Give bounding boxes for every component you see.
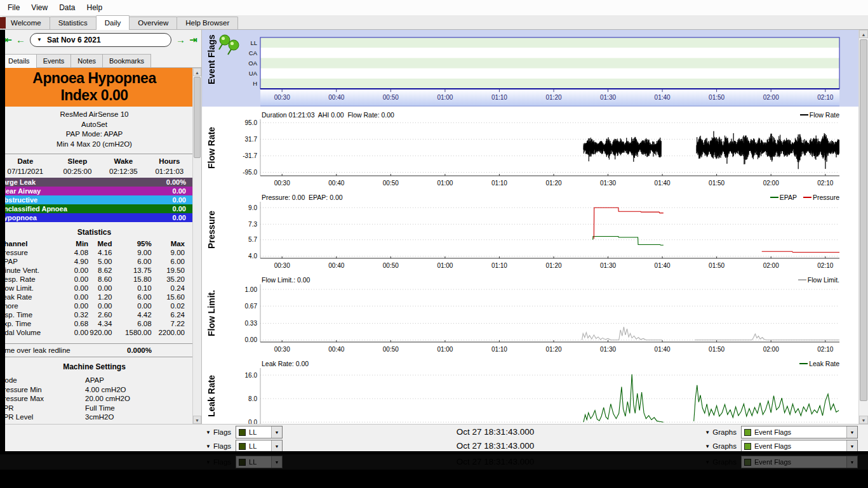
svg-text:00:50: 00:50 [383,180,399,187]
machine-setting-row: ModeAPAP [0,376,192,385]
svg-text:00:30: 00:30 [274,94,290,101]
graphs-scrollbar-thumb[interactable] [860,39,867,401]
pressure-chart: Pressure Pressure: 0.00 EPAP: 0.00 EPAPP… [202,192,858,272]
svg-text:02:10: 02:10 [817,94,833,101]
graphs-scrollbar[interactable]: ▲ ▼ [858,30,868,424]
menu-view[interactable]: View [25,1,53,15]
menu-file[interactable]: File [2,1,25,15]
svg-text:01:10: 01:10 [491,346,507,353]
tab-welcome[interactable]: Welcome [2,16,50,29]
tab-events[interactable]: Events [36,54,72,67]
tab-overview[interactable]: Overview [129,16,177,29]
tab-notes[interactable]: Notes [70,54,103,67]
scroll-up-icon[interactable]: ▲ [859,30,868,38]
cursor-timestamp: Oct 27 18:31:43.000 [400,427,591,437]
svg-text:01:40: 01:40 [655,262,671,269]
flow-limit-status-text: Flow Limit.: 0.00 [262,276,310,284]
svg-text:01:10: 01:10 [491,180,507,187]
col-sleep: Sleep [55,155,100,166]
ghost-graphs-dropdown-button: ▼ Graphs [705,458,737,466]
svg-text:02:10: 02:10 [817,262,833,269]
svg-text:LL: LL [250,39,257,46]
statistics-table: Channel Min Med 95% Max Pressure4.084.16… [0,239,192,337]
tab-help-browser[interactable]: Help Browser [177,16,238,29]
date-dropdown[interactable]: ▼ Sat Nov 6 2021 [30,33,171,47]
event-type-combobox[interactable]: LL ▼ [236,426,283,439]
svg-text:01:40: 01:40 [655,94,671,101]
next-day-button[interactable]: → [175,34,186,45]
flow-limit-legend: Flow Limit. [798,276,839,284]
ghost-graphs-dropdown-button: ▼ Graphs [705,442,737,450]
graphs-dropdown-button[interactable]: ▼ Graphs [705,428,737,436]
graph-color-swatch [744,429,751,436]
svg-text:01:50: 01:50 [709,180,724,187]
session-times-table: Date Sleep Wake Hours 07/11/2021 00:25:0… [0,155,192,176]
svg-text:5.7: 5.7 [248,236,257,243]
svg-text:1.00: 1.00 [245,286,258,293]
ghost-graphs-dropdown-label: Graphs [712,458,737,466]
leak-redline-value: 0.000% [127,346,152,354]
flow-rate-plot[interactable]: 95.031.7-31.7-95.000:3000:4000:5001:0001… [202,119,858,190]
ghost-graph-color-swatch [744,459,751,466]
svg-text:00:50: 00:50 [383,346,399,353]
svg-text:01:00: 01:00 [437,346,453,353]
tab-daily[interactable]: Daily [96,15,130,30]
main-tab-bar: Welcome Statistics Daily Overview Help B… [0,15,868,30]
scroll-up-icon[interactable]: ▲ [193,68,201,76]
svg-text:0.33: 0.33 [245,320,258,327]
machine-setting-row: Pressure Min4.00 cmH2O [0,385,192,395]
flow-limit-plot[interactable]: 1.000.670.330.0000:3000:4000:5001:0001:1… [202,284,858,356]
leak-rate-plot[interactable]: 16.08.00.0 [202,368,858,424]
caret-down-icon: ▼ [705,430,710,435]
svg-text:01:30: 01:30 [600,94,616,101]
svg-text:8.0: 8.0 [248,395,257,402]
svg-text:00:40: 00:40 [328,94,344,101]
ghost-event-color-swatch [239,459,246,466]
last-day-button[interactable]: ⇥ [188,34,199,45]
event-row: Unclassified Apnoea0.00 [0,204,192,213]
tab-statistics[interactable]: Statistics [50,16,97,29]
graphs-dropdown-label: Graphs [712,428,737,436]
event-flags-plot[interactable]: LLCAOAUAH00:3000:4000:5001:0001:1001:200… [202,30,858,107]
glitch-bar-1: ▼ Flags LL ▼ Oct 27 18:31:43.000 ▼ Graph… [0,439,868,451]
pressure-range: Min 4 Max 20 (cmH2O) [0,140,192,150]
ghost-combobox-arrow-icon: ▼ [271,440,282,451]
statistics-row: Flow Limit.0.000.000.100.24 [0,284,192,293]
statistics-header-row: Channel Min Med 95% Max [0,239,192,248]
session-date: 07/11/2021 [0,166,55,176]
event-row: Clear Airway0.00 [0,187,192,195]
flags-dropdown-button[interactable]: ▼ Flags [206,428,231,436]
menu-help[interactable]: Help [81,1,109,15]
svg-text:01:00: 01:00 [437,180,453,187]
bottom-toolbar-ghost: ▼ Flags LL ▼ Oct 27 18:31:43.000 ▼ Graph… [0,439,868,451]
statistics-row: Exp. Time0.684.346.087.22 [0,319,192,328]
ghost-flags-dropdown-label: Flags [213,458,231,466]
left-edge-glitch-fragment [0,17,6,29]
session-hours: 01:21:03 [147,166,192,176]
tab-bookmarks[interactable]: Bookmarks [102,54,151,67]
event-row: Hypopnoea0.00 [0,213,192,222]
legend-line-icon [770,197,778,198]
date-navigation: ⇤ ← ▼ Sat Nov 6 2021 → ⇥ [0,30,201,49]
menu-data[interactable]: Data [53,1,81,15]
previous-day-button[interactable]: ← [15,34,26,45]
svg-text:00:50: 00:50 [383,262,399,269]
detail-tab-bar: Details Events Notes Bookmarks [0,49,201,68]
flow-limit-chart: Flow Limit. Flow Limit.: 0.00 Flow Limit… [202,275,858,356]
tab-details[interactable]: Details [1,54,37,68]
svg-text:UA: UA [249,70,258,77]
scroll-down-icon[interactable]: ▼ [859,416,868,424]
statistics-row: Tidal Volume0.00920.001580.002200.00 [0,328,192,337]
ghost-flags-dropdown-button: ▼ Flags [206,458,231,466]
ghost-graph-select-value: Event Flags [754,458,843,466]
scroll-down-icon[interactable]: ▼ [193,416,201,424]
sidebar-scrollbar[interactable]: ▲ ▼ [192,68,201,424]
pressure-plot[interactable]: 9.07.35.74.000:3000:4000:5001:0001:1001:… [202,202,858,272]
svg-text:00:40: 00:40 [328,262,344,269]
svg-text:9.0: 9.0 [248,204,257,211]
session-times-header: Date Sleep Wake Hours [0,155,192,166]
graph-select-combobox[interactable]: Event Flags ▼ [741,426,858,439]
sidebar-scrollbar-thumb[interactable] [194,77,201,158]
ghost-flags-dropdown-label: Flags [213,442,231,450]
col-hours: Hours [147,155,192,166]
